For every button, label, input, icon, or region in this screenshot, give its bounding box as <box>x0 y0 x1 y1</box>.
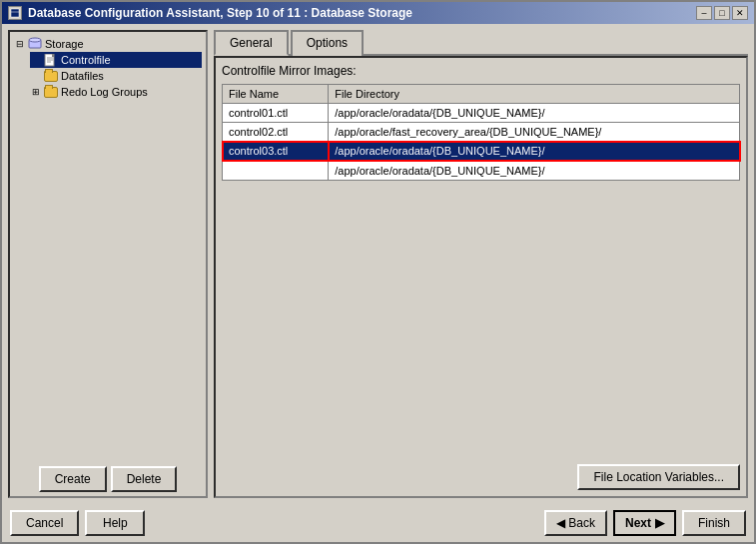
window-body: ⊟ Storage <box>2 24 754 504</box>
table-row[interactable]: control01.ctl /app/oracle/oradata/{DB_UN… <box>223 104 740 123</box>
cell-filename-selected: control03.ctl <box>223 142 329 161</box>
table-row[interactable]: control02.ctl /app/oracle/fast_recovery_… <box>223 123 740 142</box>
col-header-directory: File Directory <box>329 85 740 104</box>
tree-node-storage[interactable]: ⊟ Storage <box>14 36 202 52</box>
tree-children-storage: Controlfile Datafiles ⊞ <box>14 52 202 100</box>
app-icon <box>8 6 22 20</box>
cell-directory-empty: /app/oracle/oradata/{DB_UNIQUE_NAME}/ <box>329 161 740 181</box>
help-button[interactable]: Help <box>85 510 145 536</box>
right-panel: General Options Controlfile Mirror Image… <box>214 30 748 498</box>
close-button[interactable]: ✕ <box>732 6 748 20</box>
cell-directory: /app/oracle/fast_recovery_area/{DB_UNIQU… <box>329 123 740 142</box>
tab-general[interactable]: General <box>214 30 289 56</box>
table-row-selected[interactable]: control03.ctl /app/oracle/oradata/{DB_UN… <box>223 142 740 161</box>
cancel-button[interactable]: Cancel <box>10 510 79 536</box>
table-row-empty[interactable]: /app/oracle/oradata/{DB_UNIQUE_NAME}/ <box>223 161 740 181</box>
next-label: Next <box>625 516 651 530</box>
tab-options[interactable]: Options <box>291 30 364 56</box>
redolog-label: Redo Log Groups <box>61 86 148 98</box>
content-label: Controlfile Mirror Images: <box>222 64 740 78</box>
cell-filename: control02.ctl <box>223 123 329 142</box>
tree-expand-redolog[interactable]: ⊞ <box>30 86 42 98</box>
storage-label: Storage <box>45 38 84 50</box>
create-button[interactable]: Create <box>39 466 107 492</box>
back-label: Back <box>568 516 595 530</box>
cell-directory: /app/oracle/oradata/{DB_UNIQUE_NAME}/ <box>329 104 740 123</box>
finish-button[interactable]: Finish <box>682 510 746 536</box>
svg-marker-5 <box>52 54 54 57</box>
title-bar-left: Database Configuration Assistant, Step 1… <box>8 6 412 20</box>
tree-expand-storage[interactable]: ⊟ <box>14 38 26 50</box>
file-location-button[interactable]: File Location Variables... <box>577 464 740 490</box>
maximize-button[interactable]: □ <box>714 6 730 20</box>
tab-bar: General Options <box>214 30 748 56</box>
back-button[interactable]: ◀ Back <box>544 510 607 536</box>
content-bottom: File Location Variables... <box>222 460 740 490</box>
svg-point-3 <box>29 38 41 42</box>
tree-node-redolog[interactable]: ⊞ Redo Log Groups <box>30 84 202 100</box>
datafiles-icon <box>44 70 58 82</box>
next-chevron-icon: ▶ <box>655 516 664 530</box>
bottom-bar: Cancel Help ◀ Back Next ▶ Finish <box>2 504 754 542</box>
svg-rect-0 <box>11 9 19 17</box>
bottom-right-buttons: ◀ Back Next ▶ Finish <box>544 510 746 536</box>
datafiles-label: Datafiles <box>61 70 104 82</box>
controlfile-icon <box>44 54 58 66</box>
col-header-filename: File Name <box>223 85 329 104</box>
content-area: Controlfile Mirror Images: File Name Fil… <box>214 56 748 498</box>
left-panel: ⊟ Storage <box>8 30 208 498</box>
controlfile-table: File Name File Directory control01.ctl /… <box>222 84 740 181</box>
tree-expand-controlfile <box>30 54 42 66</box>
tree-expand-datafiles <box>30 70 42 82</box>
next-button[interactable]: Next ▶ <box>613 510 676 536</box>
delete-button[interactable]: Delete <box>111 466 178 492</box>
storage-icon <box>28 38 42 50</box>
window-title: Database Configuration Assistant, Step 1… <box>28 6 412 20</box>
controlfile-label: Controlfile <box>61 54 111 66</box>
cell-filename-empty <box>223 161 329 181</box>
title-bar: Database Configuration Assistant, Step 1… <box>2 2 754 24</box>
back-chevron-icon: ◀ <box>556 516 565 530</box>
bottom-left-buttons: Cancel Help <box>10 510 145 536</box>
tree-area: ⊟ Storage <box>10 32 206 462</box>
tree-node-datafiles[interactable]: Datafiles <box>30 68 202 84</box>
minimize-button[interactable]: – <box>696 6 712 20</box>
window-controls: – □ ✕ <box>696 6 748 20</box>
cell-directory-selected: /app/oracle/oradata/{DB_UNIQUE_NAME}/ <box>329 142 740 161</box>
redolog-icon <box>44 86 58 98</box>
left-panel-buttons: Create Delete <box>10 462 206 496</box>
main-window: Database Configuration Assistant, Step 1… <box>0 0 756 544</box>
tree-node-controlfile[interactable]: Controlfile <box>30 52 202 68</box>
cell-filename: control01.ctl <box>223 104 329 123</box>
